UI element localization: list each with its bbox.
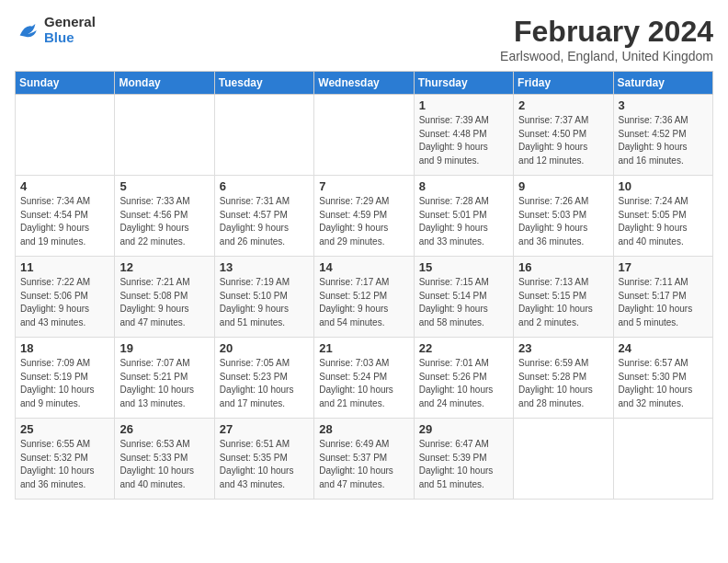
calendar-cell: 14Sunrise: 7:17 AM Sunset: 5:12 PM Dayli…: [314, 257, 414, 338]
day-info: Sunrise: 7:09 AM Sunset: 5:19 PM Dayligh…: [20, 357, 109, 410]
calendar-cell: 15Sunrise: 7:15 AM Sunset: 5:14 PM Dayli…: [414, 257, 513, 338]
calendar-cell: 26Sunrise: 6:53 AM Sunset: 5:33 PM Dayli…: [115, 419, 214, 500]
calendar-cell: 21Sunrise: 7:03 AM Sunset: 5:24 PM Dayli…: [314, 338, 414, 419]
page-header: General Blue February 2024 Earlswood, En…: [15, 15, 713, 63]
day-info: Sunrise: 7:13 AM Sunset: 5:15 PM Dayligh…: [518, 276, 608, 329]
calendar-cell: [16, 95, 115, 176]
day-info: Sunrise: 7:26 AM Sunset: 5:03 PM Dayligh…: [518, 195, 608, 248]
day-info: Sunrise: 7:17 AM Sunset: 5:12 PM Dayligh…: [319, 276, 408, 329]
weekday-header-thursday: Thursday: [414, 72, 513, 95]
calendar-cell: 24Sunrise: 6:57 AM Sunset: 5:30 PM Dayli…: [613, 338, 712, 419]
day-number: 26: [119, 422, 209, 436]
calendar-cell: [613, 419, 712, 500]
calendar-cell: 4Sunrise: 7:34 AM Sunset: 4:54 PM Daylig…: [16, 176, 115, 257]
logo-bird-icon: [15, 17, 40, 43]
calendar-cell: 16Sunrise: 7:13 AM Sunset: 5:15 PM Dayli…: [514, 257, 613, 338]
day-number: 18: [20, 341, 109, 355]
day-number: 11: [20, 260, 109, 274]
calendar-cell: 12Sunrise: 7:21 AM Sunset: 5:08 PM Dayli…: [115, 257, 214, 338]
day-number: 7: [319, 179, 408, 193]
day-number: 21: [319, 341, 408, 355]
day-number: 20: [220, 341, 309, 355]
day-number: 10: [619, 179, 708, 193]
day-number: 23: [518, 341, 608, 355]
calendar-cell: 3Sunrise: 7:36 AM Sunset: 4:52 PM Daylig…: [613, 95, 712, 176]
day-number: 24: [619, 341, 708, 355]
calendar-cell: 28Sunrise: 6:49 AM Sunset: 5:37 PM Dayli…: [314, 419, 414, 500]
month-title: February 2024: [500, 15, 713, 49]
day-info: Sunrise: 7:37 AM Sunset: 4:50 PM Dayligh…: [518, 114, 608, 167]
day-info: Sunrise: 6:57 AM Sunset: 5:30 PM Dayligh…: [619, 357, 708, 410]
calendar-cell: 2Sunrise: 7:37 AM Sunset: 4:50 PM Daylig…: [514, 95, 613, 176]
day-info: Sunrise: 6:59 AM Sunset: 5:28 PM Dayligh…: [518, 357, 608, 410]
day-info: Sunrise: 7:39 AM Sunset: 4:48 PM Dayligh…: [419, 114, 508, 167]
day-info: Sunrise: 7:24 AM Sunset: 5:05 PM Dayligh…: [619, 195, 708, 248]
weekday-header-saturday: Saturday: [613, 72, 712, 95]
calendar-week-row: 18Sunrise: 7:09 AM Sunset: 5:19 PM Dayli…: [16, 338, 713, 419]
weekday-header-row: SundayMondayTuesdayWednesdayThursdayFrid…: [16, 72, 713, 95]
day-number: 2: [518, 98, 608, 112]
day-info: Sunrise: 7:29 AM Sunset: 4:59 PM Dayligh…: [319, 195, 408, 248]
calendar-cell: 9Sunrise: 7:26 AM Sunset: 5:03 PM Daylig…: [514, 176, 613, 257]
location: Earlswood, England, United Kingdom: [500, 49, 713, 63]
calendar-cell: 18Sunrise: 7:09 AM Sunset: 5:19 PM Dayli…: [16, 338, 115, 419]
title-block: February 2024 Earlswood, England, United…: [500, 15, 713, 63]
calendar-week-row: 25Sunrise: 6:55 AM Sunset: 5:32 PM Dayli…: [16, 419, 713, 500]
day-info: Sunrise: 7:33 AM Sunset: 4:56 PM Dayligh…: [119, 195, 209, 248]
day-number: 19: [119, 341, 209, 355]
calendar-cell: 20Sunrise: 7:05 AM Sunset: 5:23 PM Dayli…: [214, 338, 313, 419]
day-number: 17: [619, 260, 708, 274]
day-info: Sunrise: 6:51 AM Sunset: 5:35 PM Dayligh…: [220, 438, 309, 491]
logo-general: General: [44, 14, 96, 29]
weekday-header-sunday: Sunday: [16, 72, 115, 95]
calendar-cell: 23Sunrise: 6:59 AM Sunset: 5:28 PM Dayli…: [514, 338, 613, 419]
calendar-week-row: 1Sunrise: 7:39 AM Sunset: 4:48 PM Daylig…: [16, 95, 713, 176]
day-info: Sunrise: 6:47 AM Sunset: 5:39 PM Dayligh…: [419, 438, 508, 491]
day-info: Sunrise: 7:31 AM Sunset: 4:57 PM Dayligh…: [220, 195, 309, 248]
weekday-header-friday: Friday: [514, 72, 613, 95]
day-number: 14: [319, 260, 408, 274]
day-number: 16: [518, 260, 608, 274]
day-info: Sunrise: 7:28 AM Sunset: 5:01 PM Dayligh…: [419, 195, 508, 248]
logo: General Blue: [15, 15, 96, 45]
calendar-cell: 17Sunrise: 7:11 AM Sunset: 5:17 PM Dayli…: [613, 257, 712, 338]
day-number: 29: [419, 422, 508, 436]
calendar-cell: 27Sunrise: 6:51 AM Sunset: 5:35 PM Dayli…: [214, 419, 313, 500]
day-info: Sunrise: 7:07 AM Sunset: 5:21 PM Dayligh…: [119, 357, 209, 410]
weekday-header-monday: Monday: [115, 72, 214, 95]
day-number: 8: [419, 179, 508, 193]
calendar-cell: 1Sunrise: 7:39 AM Sunset: 4:48 PM Daylig…: [414, 95, 513, 176]
calendar-header: SundayMondayTuesdayWednesdayThursdayFrid…: [16, 72, 713, 95]
day-info: Sunrise: 6:53 AM Sunset: 5:33 PM Dayligh…: [119, 438, 209, 491]
day-info: Sunrise: 6:49 AM Sunset: 5:37 PM Dayligh…: [319, 438, 408, 491]
day-info: Sunrise: 7:01 AM Sunset: 5:26 PM Dayligh…: [419, 357, 508, 410]
calendar-cell: [514, 419, 613, 500]
day-info: Sunrise: 7:05 AM Sunset: 5:23 PM Dayligh…: [220, 357, 309, 410]
day-number: 28: [319, 422, 408, 436]
calendar-cell: 7Sunrise: 7:29 AM Sunset: 4:59 PM Daylig…: [314, 176, 414, 257]
calendar-cell: 10Sunrise: 7:24 AM Sunset: 5:05 PM Dayli…: [613, 176, 712, 257]
calendar-cell: 13Sunrise: 7:19 AM Sunset: 5:10 PM Dayli…: [214, 257, 313, 338]
day-info: Sunrise: 7:21 AM Sunset: 5:08 PM Dayligh…: [119, 276, 209, 329]
day-number: 27: [220, 422, 309, 436]
day-number: 4: [20, 179, 109, 193]
calendar-cell: 29Sunrise: 6:47 AM Sunset: 5:39 PM Dayli…: [414, 419, 513, 500]
calendar-cell: 6Sunrise: 7:31 AM Sunset: 4:57 PM Daylig…: [214, 176, 313, 257]
weekday-header-wednesday: Wednesday: [314, 72, 414, 95]
day-number: 3: [619, 98, 708, 112]
day-info: Sunrise: 7:11 AM Sunset: 5:17 PM Dayligh…: [619, 276, 708, 329]
day-number: 13: [220, 260, 309, 274]
calendar-cell: 22Sunrise: 7:01 AM Sunset: 5:26 PM Dayli…: [414, 338, 513, 419]
day-info: Sunrise: 7:15 AM Sunset: 5:14 PM Dayligh…: [419, 276, 508, 329]
day-number: 5: [119, 179, 209, 193]
day-info: Sunrise: 7:19 AM Sunset: 5:10 PM Dayligh…: [220, 276, 309, 329]
day-number: 6: [220, 179, 309, 193]
day-number: 9: [518, 179, 608, 193]
logo-blue: Blue: [44, 29, 74, 45]
day-info: Sunrise: 6:55 AM Sunset: 5:32 PM Dayligh…: [20, 438, 109, 491]
calendar-cell: [115, 95, 214, 176]
calendar-cell: 11Sunrise: 7:22 AM Sunset: 5:06 PM Dayli…: [16, 257, 115, 338]
calendar-cell: [214, 95, 313, 176]
day-number: 25: [20, 422, 109, 436]
day-info: Sunrise: 7:22 AM Sunset: 5:06 PM Dayligh…: [20, 276, 109, 329]
